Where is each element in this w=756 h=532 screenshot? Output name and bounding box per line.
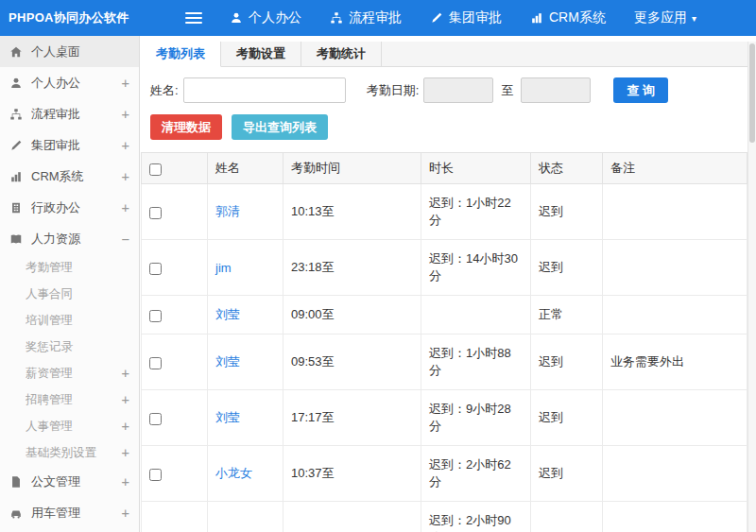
sidebar-item-hr[interactable]: 人力资源−	[0, 223, 139, 254]
duration-cell: 迟到：2小时90分早退：7小时10分	[421, 502, 531, 532]
menu-toggle-icon[interactable]	[185, 9, 202, 26]
table-row: 小龙女10:37至迟到：2小时62分迟到	[142, 446, 747, 502]
app-brand: PHPOA协同办公软件	[0, 9, 140, 26]
sidebar-subitem-label: 考勤管理	[26, 260, 129, 276]
status-cell: 迟到	[531, 240, 603, 296]
top-nav-workflow-approval[interactable]: 流程审批	[316, 0, 416, 36]
select-all-checkbox[interactable]	[149, 163, 162, 176]
top-nav-label: 个人办公	[249, 9, 301, 26]
duration-cell: 迟到：14小时30分	[421, 240, 531, 296]
row-checkbox[interactable]	[149, 413, 162, 425]
name-cell: 刘莹	[208, 296, 284, 335]
tab-attendance-settings[interactable]: 考勤设置	[221, 42, 301, 66]
employee-name-link[interactable]: 刘莹	[215, 307, 240, 321]
scrollbar-thumb[interactable]	[749, 43, 755, 143]
row-checkbox[interactable]	[149, 357, 162, 369]
tab-attendance-stats[interactable]: 考勤统计	[301, 42, 382, 66]
employee-name-link[interactable]: 小龙女	[215, 466, 252, 480]
status-cell: 迟到	[531, 335, 603, 390]
expand-toggle-icon[interactable]: +	[122, 108, 129, 121]
sidebar-item-label: 人力资源	[31, 231, 122, 248]
expand-toggle-icon[interactable]: +	[122, 201, 129, 215]
row-checkbox[interactable]	[149, 263, 162, 275]
row-checkbox[interactable]	[149, 207, 162, 219]
employee-name-link[interactable]: 刘莹	[215, 410, 240, 424]
sidebar-item-label: 个人办公	[31, 75, 122, 92]
search-button[interactable]: 查 询	[613, 77, 668, 103]
date-from-input[interactable]	[423, 77, 493, 103]
expand-toggle-icon[interactable]: +	[122, 393, 129, 406]
sidebar-subitem-salary-mgmt[interactable]: 薪资管理+	[0, 360, 139, 386]
row-select-cell	[142, 184, 208, 240]
duration-cell: 迟到：1小时22分	[421, 184, 531, 240]
row-select-cell	[142, 502, 208, 532]
top-nav-label: 更多应用	[634, 9, 687, 26]
sidebar-subitem-label: 薪资管理	[26, 366, 122, 382]
sidebar-subitem-label: 培训管理	[26, 313, 129, 329]
tab-label: 考勤统计	[317, 46, 366, 60]
chart-icon	[530, 11, 543, 25]
tab-attendance-list[interactable]: 考勤列表	[141, 42, 221, 67]
name-filter-input[interactable]	[183, 77, 346, 103]
employee-name-link[interactable]: jim	[215, 261, 232, 275]
expand-toggle-icon[interactable]: +	[122, 420, 129, 433]
sidebar-subitem-hr-contract[interactable]: 人事合同	[0, 281, 139, 307]
top-nav-personal-office[interactable]: 个人办公	[215, 0, 316, 36]
row-checkbox[interactable]	[149, 310, 162, 322]
column-header: 时长	[421, 153, 531, 184]
sidebar-item-workflow-approval[interactable]: 流程审批+	[0, 98, 139, 129]
employee-name-link[interactable]: 刘莹	[215, 354, 240, 369]
row-select-cell	[142, 240, 208, 296]
expand-toggle-icon[interactable]: +	[122, 139, 129, 152]
top-nav-group-approval[interactable]: 集团审批	[416, 0, 516, 36]
sidebar-subitem-attendance-mgmt[interactable]: 考勤管理	[0, 254, 139, 281]
sidebar-item-document-mgmt[interactable]: 公文管理+	[0, 466, 139, 497]
sidebar-item-crm-system[interactable]: CRM系统+	[0, 161, 139, 192]
person-icon	[230, 11, 243, 25]
duration-cell: 迟到：1小时88分	[421, 335, 531, 390]
sidebar-subitem-personnel-mgmt[interactable]: 人事管理+	[0, 413, 139, 439]
home-icon	[9, 44, 25, 60]
sidebar-subitem-base-category-settings[interactable]: 基础类别设置+	[0, 439, 139, 466]
date-to-input[interactable]	[521, 77, 591, 103]
building-icon	[9, 200, 25, 215]
status-cell: 迟到/早退	[531, 502, 603, 532]
sidebar-item-personal-desktop[interactable]: 个人桌面	[0, 36, 139, 67]
duration-line: 迟到：9小时28分	[429, 401, 523, 435]
expand-toggle-icon[interactable]: +	[122, 506, 129, 520]
row-checkbox[interactable]	[149, 469, 162, 481]
expand-toggle-icon[interactable]: +	[122, 367, 129, 380]
sidebar-item-group-approval[interactable]: 集团审批+	[0, 129, 139, 161]
column-header: 状态	[531, 153, 603, 184]
expand-toggle-icon[interactable]: −	[122, 232, 129, 246]
time-cell: 10:37至	[284, 446, 421, 502]
export-list-button[interactable]: 导出查询列表	[232, 114, 328, 140]
expand-toggle-icon[interactable]: +	[122, 77, 129, 90]
sidebar-item-vehicle-mgmt[interactable]: 用车管理+	[0, 497, 139, 528]
sidebar-subitem-reward-punishment[interactable]: 奖惩记录	[0, 334, 139, 360]
top-nav-crm-system[interactable]: CRM系统	[516, 0, 620, 36]
expand-toggle-icon[interactable]: +	[122, 475, 129, 489]
employee-name-link[interactable]: 郭清	[215, 204, 240, 218]
scrollbar[interactable]	[747, 42, 756, 532]
sidebar: 个人桌面个人办公+流程审批+集团审批+CRM系统+行政办公+人力资源−考勤管理人…	[0, 36, 140, 532]
duration-line: 迟到：1小时22分	[429, 195, 523, 229]
expand-toggle-icon[interactable]: +	[122, 170, 129, 183]
expand-toggle-icon[interactable]: +	[122, 446, 129, 459]
main-content: 考勤列表考勤设置考勤统计 姓名: 考勤日期: 至 查 询 清理数据 导出查询列表…	[141, 36, 756, 532]
row-select-cell	[142, 446, 208, 502]
sidebar-subitem-training-mgmt[interactable]: 培训管理	[0, 307, 139, 334]
table-header-row: 姓名考勤时间时长状态备注	[142, 153, 747, 184]
sidebar-subitem-label: 招聘管理	[26, 392, 122, 408]
sidebar-item-personal-office[interactable]: 个人办公+	[0, 67, 139, 98]
sidebar-item-admin-office[interactable]: 行政办公+	[0, 192, 139, 223]
time-cell: 09:00至	[284, 296, 421, 335]
column-header: 备注	[603, 153, 747, 184]
sidebar-subitem-label: 奖惩记录	[26, 339, 129, 355]
edit-icon	[9, 138, 25, 153]
top-nav-more-apps[interactable]: 更多应用▾	[620, 0, 711, 36]
sidebar-subitem-recruit-mgmt[interactable]: 招聘管理+	[0, 386, 139, 413]
top-nav-label: 流程审批	[349, 9, 402, 26]
clear-data-button[interactable]: 清理数据	[150, 114, 222, 140]
time-cell: 23:18至	[284, 240, 421, 296]
